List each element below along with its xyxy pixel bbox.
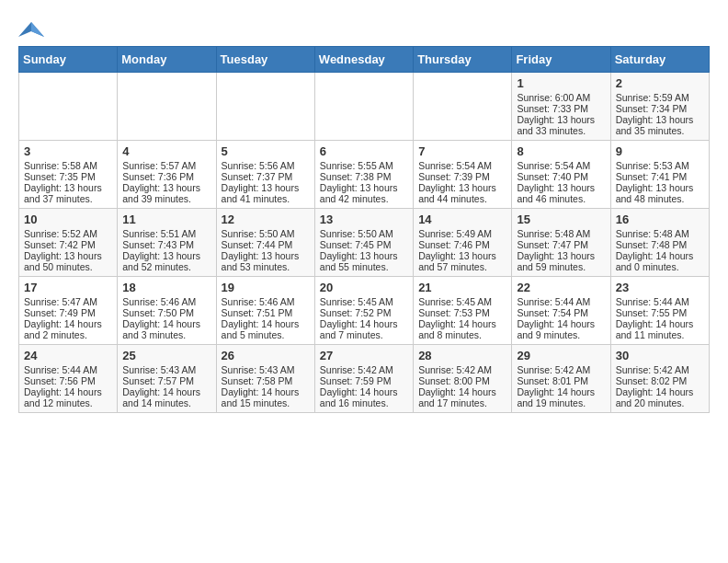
day-info-line: Sunset: 7:55 PM — [616, 307, 704, 318]
week-row-4: 24Sunrise: 5:44 AMSunset: 7:56 PMDayligh… — [19, 345, 710, 413]
day-info-line: Sunset: 7:47 PM — [517, 239, 605, 250]
day-cell: 17Sunrise: 5:47 AMSunset: 7:49 PMDayligh… — [19, 277, 118, 345]
page-header — [18, 15, 710, 40]
day-number: 23 — [616, 281, 704, 294]
day-info-line: Daylight: 14 hours — [418, 318, 506, 329]
day-cell: 29Sunrise: 5:42 AMSunset: 8:01 PMDayligh… — [512, 345, 610, 413]
day-cell: 1Sunrise: 6:00 AMSunset: 7:33 PMDaylight… — [512, 73, 610, 141]
day-info-line: Daylight: 13 hours — [616, 114, 704, 125]
svg-marker-1 — [31, 22, 44, 37]
day-info-line: Sunrise: 5:45 AM — [320, 296, 408, 307]
day-info-line: Daylight: 14 hours — [24, 386, 112, 397]
day-info-line: Daylight: 13 hours — [222, 182, 310, 193]
day-info-line: and 50 minutes. — [24, 261, 112, 272]
calendar-body: 1Sunrise: 6:00 AMSunset: 7:33 PMDaylight… — [19, 73, 710, 413]
day-info-line: Sunrise: 5:56 AM — [222, 160, 310, 171]
day-info-line: Sunset: 7:59 PM — [320, 375, 408, 386]
day-cell: 22Sunrise: 5:44 AMSunset: 7:54 PMDayligh… — [512, 277, 610, 345]
header-monday: Monday — [118, 47, 216, 73]
day-cell: 24Sunrise: 5:44 AMSunset: 7:56 PMDayligh… — [19, 345, 118, 413]
day-info-line: and 57 minutes. — [418, 261, 506, 272]
day-cell: 2Sunrise: 5:59 AMSunset: 7:34 PMDaylight… — [610, 73, 709, 141]
day-number: 8 — [517, 144, 605, 158]
day-info-line: Daylight: 13 hours — [122, 250, 210, 261]
day-number: 6 — [320, 144, 408, 158]
day-info-line: Sunrise: 5:58 AM — [24, 160, 112, 171]
day-cell — [414, 73, 512, 141]
week-row-1: 3Sunrise: 5:58 AMSunset: 7:35 PMDaylight… — [19, 141, 710, 209]
day-info-line: Daylight: 13 hours — [517, 182, 605, 193]
day-cell: 30Sunrise: 5:42 AMSunset: 8:02 PMDayligh… — [610, 345, 709, 413]
day-info-line: Sunrise: 5:47 AM — [24, 296, 112, 307]
logo-bird-icon — [18, 20, 44, 40]
day-number: 20 — [320, 281, 408, 294]
day-info-line: Sunset: 7:40 PM — [517, 171, 605, 182]
day-info-line: Daylight: 13 hours — [222, 250, 310, 261]
day-cell: 15Sunrise: 5:48 AMSunset: 7:47 PMDayligh… — [512, 209, 610, 277]
day-number: 25 — [122, 349, 210, 362]
day-number: 7 — [418, 144, 506, 158]
day-info-line: and 9 minutes. — [517, 329, 605, 340]
day-cell: 7Sunrise: 5:54 AMSunset: 7:39 PMDaylight… — [414, 141, 512, 209]
day-info-line: Sunrise: 5:48 AM — [616, 228, 704, 239]
day-info-line: Sunrise: 5:46 AM — [122, 296, 210, 307]
day-info-line: Sunrise: 5:51 AM — [122, 228, 210, 239]
day-info-line: Daylight: 13 hours — [517, 114, 605, 125]
day-info-line: and 48 minutes. — [616, 193, 704, 204]
day-cell: 27Sunrise: 5:42 AMSunset: 7:59 PMDayligh… — [314, 345, 413, 413]
day-number: 22 — [517, 281, 605, 294]
day-info-line: Sunrise: 5:55 AM — [320, 160, 408, 171]
day-number: 13 — [320, 213, 408, 226]
day-number: 9 — [616, 144, 704, 158]
day-info-line: and 15 minutes. — [222, 397, 310, 408]
header-sunday: Sunday — [19, 47, 118, 73]
day-info-line: and 7 minutes. — [320, 329, 408, 340]
day-info-line: Sunset: 7:56 PM — [24, 375, 112, 386]
day-info-line: Sunrise: 5:46 AM — [222, 296, 310, 307]
day-info-line: Sunrise: 5:53 AM — [616, 160, 704, 171]
day-number: 4 — [122, 144, 210, 158]
day-cell: 13Sunrise: 5:50 AMSunset: 7:45 PMDayligh… — [314, 209, 413, 277]
day-info-line: Daylight: 14 hours — [320, 318, 408, 329]
day-number: 10 — [24, 213, 112, 226]
day-number: 17 — [24, 281, 112, 294]
header-tuesday: Tuesday — [216, 47, 314, 73]
day-info-line: Sunrise: 5:42 AM — [418, 364, 506, 375]
day-cell: 4Sunrise: 5:57 AMSunset: 7:36 PMDaylight… — [118, 141, 216, 209]
header-thursday: Thursday — [414, 47, 512, 73]
day-cell: 21Sunrise: 5:45 AMSunset: 7:53 PMDayligh… — [414, 277, 512, 345]
day-number: 15 — [517, 213, 605, 226]
day-info-line: and 41 minutes. — [222, 193, 310, 204]
day-number: 2 — [616, 76, 704, 90]
day-number: 11 — [122, 213, 210, 226]
day-cell: 14Sunrise: 5:49 AMSunset: 7:46 PMDayligh… — [414, 209, 512, 277]
day-number: 5 — [222, 144, 310, 158]
week-row-3: 17Sunrise: 5:47 AMSunset: 7:49 PMDayligh… — [19, 277, 710, 345]
day-info-line: Sunset: 7:33 PM — [517, 103, 605, 114]
day-cell: 3Sunrise: 5:58 AMSunset: 7:35 PMDaylight… — [19, 141, 118, 209]
day-number: 24 — [24, 349, 112, 362]
day-info-line: Daylight: 13 hours — [418, 250, 506, 261]
day-info-line: Sunset: 8:01 PM — [517, 375, 605, 386]
day-cell: 5Sunrise: 5:56 AMSunset: 7:37 PMDaylight… — [216, 141, 314, 209]
day-info-line: Daylight: 14 hours — [222, 318, 310, 329]
day-info-line: and 2 minutes. — [24, 329, 112, 340]
day-number: 30 — [616, 349, 704, 362]
day-info-line: Sunset: 7:58 PM — [222, 375, 310, 386]
day-info-line: Daylight: 14 hours — [418, 386, 506, 397]
day-info-line: Sunset: 7:57 PM — [122, 375, 210, 386]
day-info-line: and 0 minutes. — [616, 261, 704, 272]
day-info-line: Sunrise: 5:45 AM — [418, 296, 506, 307]
day-info-line: and 42 minutes. — [320, 193, 408, 204]
header-row: SundayMondayTuesdayWednesdayThursdayFrid… — [19, 47, 710, 73]
day-info-line: Daylight: 14 hours — [517, 386, 605, 397]
day-info-line: and 5 minutes. — [222, 329, 310, 340]
day-info-line: Sunset: 7:46 PM — [418, 239, 506, 250]
day-info-line: Sunrise: 5:48 AM — [517, 228, 605, 239]
day-cell: 26Sunrise: 5:43 AMSunset: 7:58 PMDayligh… — [216, 345, 314, 413]
day-info-line: Sunset: 7:52 PM — [320, 307, 408, 318]
day-info-line: and 37 minutes. — [24, 193, 112, 204]
day-number: 3 — [24, 144, 112, 158]
day-cell: 12Sunrise: 5:50 AMSunset: 7:44 PMDayligh… — [216, 209, 314, 277]
logo — [18, 20, 44, 40]
